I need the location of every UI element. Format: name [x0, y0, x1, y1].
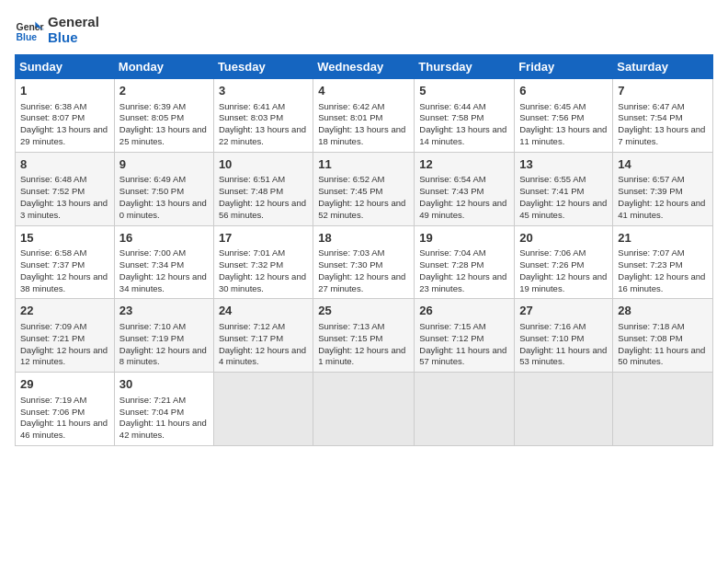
logo-icon: General Blue — [15, 16, 44, 45]
sunrise-text: Sunrise: 7:04 AM — [419, 247, 485, 258]
header-sunday: Sunday — [16, 55, 115, 79]
header-tuesday: Tuesday — [213, 55, 313, 79]
day-number: 30 — [119, 376, 209, 393]
sunrise-text: Sunrise: 6:57 AM — [618, 174, 684, 184]
sunset-text: Sunset: 7:06 PM — [20, 407, 85, 417]
sunrise-text: Sunrise: 7:00 AM — [119, 247, 186, 258]
day-number: 20 — [519, 230, 608, 247]
daylight-text: Daylight: 12 hours and 30 minutes. — [219, 271, 306, 293]
sunset-text: Sunset: 8:01 PM — [318, 112, 382, 122]
daylight-text: Daylight: 12 hours and 19 minutes. — [519, 271, 607, 293]
calendar-cell: 29Sunrise: 7:19 AMSunset: 7:06 PMDayligh… — [16, 373, 115, 446]
calendar-cell — [213, 373, 313, 446]
daylight-text: Daylight: 13 hours and 3 minutes. — [20, 198, 108, 220]
sunrise-text: Sunrise: 7:15 AM — [419, 321, 485, 331]
day-number: 21 — [618, 230, 708, 247]
sunset-text: Sunset: 8:07 PM — [20, 112, 85, 122]
sunset-text: Sunset: 7:56 PM — [519, 112, 584, 122]
week-row-4: 22Sunrise: 7:09 AMSunset: 7:21 PMDayligh… — [16, 299, 713, 373]
sunset-text: Sunset: 8:05 PM — [119, 112, 184, 122]
sunrise-text: Sunrise: 6:41 AM — [219, 101, 285, 111]
sunrise-text: Sunrise: 6:49 AM — [119, 174, 186, 184]
daylight-text: Daylight: 12 hours and 45 minutes. — [519, 198, 607, 220]
daylight-text: Daylight: 11 hours and 50 minutes. — [618, 345, 705, 367]
sunset-text: Sunset: 7:08 PM — [618, 333, 682, 343]
calendar-cell — [515, 373, 613, 446]
header-thursday: Thursday — [415, 55, 515, 79]
day-number: 18 — [318, 230, 409, 247]
day-number: 7 — [618, 83, 708, 99]
day-number: 8 — [20, 156, 109, 173]
sunset-text: Sunset: 7:52 PM — [20, 186, 85, 196]
day-number: 25 — [318, 303, 409, 319]
calendar-cell: 11Sunrise: 6:52 AMSunset: 7:45 PMDayligh… — [313, 152, 415, 225]
sunset-text: Sunset: 7:21 PM — [20, 333, 85, 343]
sunrise-text: Sunrise: 6:47 AM — [618, 101, 684, 111]
calendar-cell: 18Sunrise: 7:03 AMSunset: 7:30 PMDayligh… — [313, 225, 415, 299]
calendar-cell: 23Sunrise: 7:10 AMSunset: 7:19 PMDayligh… — [114, 299, 213, 373]
sunset-text: Sunset: 7:41 PM — [519, 186, 584, 196]
header-saturday: Saturday — [613, 55, 713, 79]
sunrise-text: Sunrise: 7:01 AM — [219, 247, 285, 258]
sunrise-text: Sunrise: 6:51 AM — [219, 174, 285, 184]
sunrise-text: Sunrise: 7:10 AM — [119, 321, 186, 331]
day-number: 29 — [20, 376, 109, 393]
sunset-text: Sunset: 7:28 PM — [419, 259, 483, 270]
sunset-text: Sunset: 7:50 PM — [119, 186, 184, 196]
daylight-text: Daylight: 12 hours and 27 minutes. — [318, 271, 405, 293]
calendar-cell — [313, 373, 415, 446]
sunrise-text: Sunrise: 6:58 AM — [20, 247, 86, 258]
calendar-cell: 28Sunrise: 7:18 AMSunset: 7:08 PMDayligh… — [613, 299, 713, 373]
svg-text:Blue: Blue — [17, 32, 38, 42]
calendar-cell — [415, 373, 515, 446]
daylight-text: Daylight: 11 hours and 53 minutes. — [519, 345, 607, 367]
daylight-text: Daylight: 12 hours and 49 minutes. — [419, 198, 506, 220]
daylight-text: Daylight: 13 hours and 0 minutes. — [119, 198, 207, 220]
calendar-cell: 22Sunrise: 7:09 AMSunset: 7:21 PMDayligh… — [16, 299, 115, 373]
daylight-text: Daylight: 13 hours and 22 minutes. — [219, 124, 306, 146]
header-monday: Monday — [114, 55, 213, 79]
sunset-text: Sunset: 7:45 PM — [318, 186, 382, 196]
day-number: 6 — [519, 83, 608, 99]
daylight-text: Daylight: 13 hours and 7 minutes. — [618, 124, 705, 146]
sunrise-text: Sunrise: 7:18 AM — [618, 321, 684, 331]
sunrise-text: Sunrise: 7:19 AM — [20, 395, 86, 405]
calendar-cell: 6Sunrise: 6:45 AMSunset: 7:56 PMDaylight… — [515, 79, 613, 153]
sunset-text: Sunset: 7:34 PM — [119, 259, 184, 270]
daylight-text: Daylight: 12 hours and 8 minutes. — [119, 345, 207, 367]
day-number: 24 — [219, 303, 308, 319]
calendar-cell: 15Sunrise: 6:58 AMSunset: 7:37 PMDayligh… — [16, 225, 115, 299]
logo-blue: Blue — [48, 30, 99, 46]
calendar-cell: 17Sunrise: 7:01 AMSunset: 7:32 PMDayligh… — [213, 225, 313, 299]
sunset-text: Sunset: 7:54 PM — [618, 112, 682, 122]
daylight-text: Daylight: 12 hours and 34 minutes. — [119, 271, 207, 293]
calendar-cell: 27Sunrise: 7:16 AMSunset: 7:10 PMDayligh… — [515, 299, 613, 373]
logo: General Blue General Blue — [15, 15, 99, 45]
calendar-cell: 2Sunrise: 6:39 AMSunset: 8:05 PMDaylight… — [114, 79, 213, 153]
daylight-text: Daylight: 12 hours and 1 minute. — [318, 345, 405, 367]
sunrise-text: Sunrise: 6:38 AM — [20, 101, 86, 111]
sunset-text: Sunset: 7:32 PM — [219, 259, 283, 270]
sunset-text: Sunset: 7:10 PM — [519, 333, 584, 343]
day-number: 1 — [20, 83, 109, 99]
daylight-text: Daylight: 11 hours and 57 minutes. — [419, 345, 506, 367]
calendar-cell: 13Sunrise: 6:55 AMSunset: 7:41 PMDayligh… — [515, 152, 613, 225]
header: General Blue General Blue — [15, 15, 713, 45]
calendar-cell: 24Sunrise: 7:12 AMSunset: 7:17 PMDayligh… — [213, 299, 313, 373]
sunrise-text: Sunrise: 6:55 AM — [519, 174, 586, 184]
day-number: 13 — [519, 156, 608, 173]
daylight-text: Daylight: 12 hours and 38 minutes. — [20, 271, 108, 293]
calendar-cell: 3Sunrise: 6:41 AMSunset: 8:03 PMDaylight… — [213, 79, 313, 153]
day-number: 9 — [119, 156, 209, 173]
daylight-text: Daylight: 13 hours and 11 minutes. — [519, 124, 607, 146]
daylight-text: Daylight: 13 hours and 29 minutes. — [20, 124, 108, 146]
daylight-text: Daylight: 12 hours and 16 minutes. — [618, 271, 705, 293]
sunset-text: Sunset: 7:30 PM — [318, 259, 382, 270]
daylight-text: Daylight: 12 hours and 12 minutes. — [20, 345, 108, 367]
header-friday: Friday — [515, 55, 613, 79]
sunrise-text: Sunrise: 6:39 AM — [119, 101, 186, 111]
sunset-text: Sunset: 7:15 PM — [318, 333, 382, 343]
daylight-text: Daylight: 13 hours and 18 minutes. — [318, 124, 405, 146]
calendar-cell: 8Sunrise: 6:48 AMSunset: 7:52 PMDaylight… — [16, 152, 115, 225]
sunrise-text: Sunrise: 6:48 AM — [20, 174, 86, 184]
